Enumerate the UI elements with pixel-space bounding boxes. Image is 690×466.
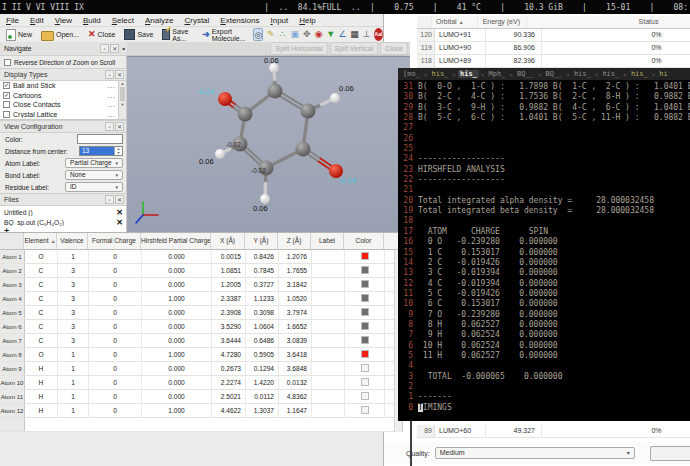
split-vertical-button[interactable]: Split Vertical [330,42,379,55]
atom-color-cell[interactable] [345,306,385,319]
terminal-tab[interactable]: his_ [572,70,593,78]
energy-column-header[interactable]: Energy (eV) [478,16,527,28]
display-type-row[interactable]: Crystal Lattice... [0,110,126,120]
atom-color-cell[interactable] [345,390,385,403]
options-ellipsis-button[interactable]: ... [107,111,116,118]
float-panel-icon[interactable]: ▫ [105,70,114,79]
menu-file[interactable]: File [6,16,19,25]
table-row[interactable]: Atom 1O100.0000.00150.84261.2076 [0,250,402,264]
atom-color-cell[interactable] [345,278,385,291]
file-item[interactable]: Untitled ()✕ [0,207,126,217]
table-row[interactable]: Atom 4C301.0002.33871.12331.0520 [0,292,402,306]
menu-view[interactable]: View [55,16,72,25]
atom-c[interactable] [301,104,316,119]
menu-crystal[interactable]: Crystal [184,16,209,25]
display-type-row[interactable]: ✓Ball and Stick... [0,81,126,91]
atom-color-cell[interactable] [345,376,385,389]
table-row[interactable]: Atom 6C300.0003.52901.06041.6652 [0,320,402,334]
options-ellipsis-button[interactable]: ... [107,92,116,99]
column-header-Color[interactable]: Color [344,233,384,249]
atom-c[interactable] [238,107,253,122]
options-ellipsis-button[interactable]: ... [107,101,116,108]
orbital-column-header[interactable]: Orbital▲ [432,16,478,28]
status-column-header[interactable]: Status [527,16,690,28]
close-tab-icon[interactable]: × [593,71,601,78]
display-type-checkbox[interactable] [3,111,10,118]
table-row[interactable]: Atom 3C300.0001.20050.37273.1842 [0,278,402,292]
column-header-Z (Å)[interactable]: Z (Å) [278,233,311,249]
terminal-tab[interactable]: [mo_ [401,70,422,78]
atom-c[interactable] [268,84,283,99]
column-header-Y (Å)[interactable]: Y (Å) [245,233,278,249]
residue-label-select[interactable]: ID▾ [65,182,123,192]
close-panel-icon[interactable]: ✕ [110,44,119,53]
display-types-scrollbar[interactable]: ▲▼ [118,81,126,119]
close-panel-icon[interactable]: ✕ [115,195,124,204]
angle-tool-icon[interactable]: ∠ [338,28,347,41]
orbital-row[interactable]: 118LUMO+8982.3960% [417,55,690,68]
bond-label-select[interactable]: None▾ [65,170,123,180]
terminal-window[interactable]: [mo_×his_×his_×Mph_×BQ__×BQ__×his_×his_×… [398,68,690,421]
table-row[interactable]: Atom 2C300.0001.08510.78451.7655 [0,264,402,278]
align-tool-icon[interactable]: ▼ [326,28,335,41]
save-as-button[interactable]: Save As... [159,27,196,43]
atom-color-cell[interactable] [345,362,385,375]
spinner-arrows-icon[interactable]: ▴▾ [114,147,122,155]
selection-tool-icon[interactable]: ▣ [290,28,299,41]
quality-select[interactable]: Medium ▾ [435,447,635,459]
menu-analyze[interactable]: Analyze [145,16,173,25]
menu-build[interactable]: Build [83,16,101,25]
measure-tool-icon[interactable]: ◉ [314,28,323,41]
reverse-zoom-row[interactable]: Reverse Direction of Zoom on Scroll [0,56,126,68]
atom-color-cell[interactable] [345,292,385,305]
manipulate-tool-icon[interactable]: ✥ [302,28,311,41]
save-button[interactable]: Save [121,28,156,41]
column-header-Valence[interactable]: Valence [57,233,88,249]
color-picker-swatch[interactable] [77,134,123,144]
table-row[interactable]: Atom 10H100.0002.22741.42200.0132 [0,376,402,390]
display-type-checkbox[interactable]: ✓ [3,92,10,99]
terminal-tab[interactable]: his_ [600,70,621,78]
distance-spinner[interactable]: 13▴▾ [79,146,123,156]
display-type-row[interactable]: Close Contacts... [0,100,126,110]
display-type-row[interactable]: ✓Cartoons... [0,91,126,101]
atom-color-cell[interactable] [345,264,385,277]
float-panel-icon[interactable]: ▫ [100,44,109,53]
file-item[interactable]: BQ_sp.out (C₆H₄O₂)✕ [0,217,126,227]
close-tab-icon[interactable]: × [507,71,515,78]
reverse-zoom-checkbox[interactable] [4,59,11,66]
orbital-row[interactable]: 120LUMO+9190.3360% [417,29,690,42]
atom-color-cell[interactable] [345,320,385,333]
display-type-checkbox[interactable]: ✓ [3,82,10,89]
terminal-tab[interactable]: his_ [429,70,450,78]
atom-color-cell[interactable] [345,404,385,417]
window-splitter[interactable] [410,421,412,466]
close-tab-icon[interactable]: × [422,71,430,78]
column-header-Hirshfeld Partial Charge[interactable]: Hirshfeld Partial Charge [141,233,211,249]
table-row[interactable]: Atom 7C300.0003.64440.64863.0839 [0,334,402,348]
close-tab-icon[interactable]: × [450,71,458,78]
close-button[interactable]: ✕Close [85,29,118,40]
open-button[interactable]: Open... [38,28,82,42]
close-tab-icon[interactable]: × [479,71,487,78]
menu-extensions[interactable]: Extensions [220,16,259,25]
column-header-Element[interactable]: Element▲ [24,233,57,249]
close-tab-icon[interactable]: × [536,71,544,78]
table-row[interactable]: Atom 12H101.0004.46221.30371.1647 [0,404,402,418]
terminal-tab[interactable]: hi [657,70,669,78]
atom-o[interactable] [218,92,232,106]
atom-color-cell[interactable] [345,334,385,347]
close-tab-icon[interactable]: × [650,71,658,78]
terminal-tab[interactable]: Mph_ [486,70,507,78]
atom-color-cell[interactable] [345,348,385,361]
options-ellipsis-button[interactable]: ... [107,82,116,89]
column-header-X (Å)[interactable]: X (Å) [211,233,245,249]
animation-tool-icon[interactable]: ▦ [350,28,359,41]
remove-file-icon[interactable]: ✕ [116,208,123,217]
atom-h[interactable] [330,93,340,103]
display-type-checkbox[interactable] [3,101,10,108]
atom-h[interactable] [215,149,225,159]
table-row[interactable]: Atom 8O101.0004.72800.59053.6418 [0,348,402,362]
atom-label-select[interactable]: Partial Charge▾ [65,158,123,168]
menu-help[interactable]: Help [299,16,315,25]
